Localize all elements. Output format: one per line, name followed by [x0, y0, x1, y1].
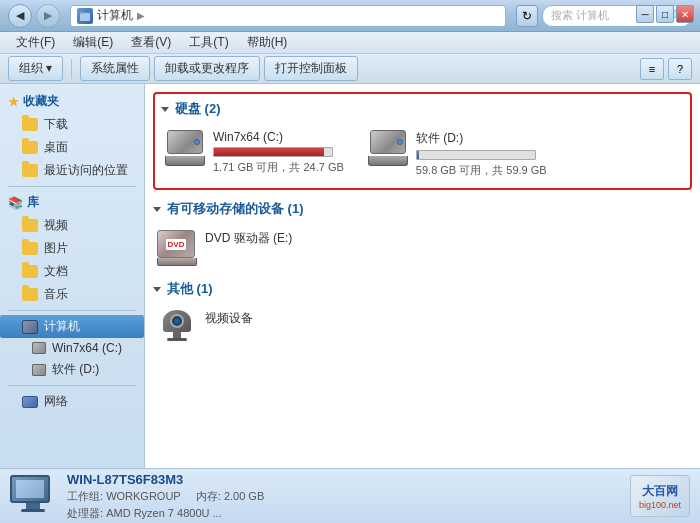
menu-edit[interactable]: 编辑(E) [65, 32, 121, 53]
removable-header[interactable]: 有可移动存储的设备 (1) [153, 200, 692, 218]
drive-c-info: Win7x64 (C:) 1.71 GB 可用，共 24.7 GB [213, 130, 344, 175]
dvd-name: DVD 驱动器 (E:) [205, 230, 319, 247]
webcam-base [167, 338, 187, 341]
status-details-1: 工作组: WORKGROUP 内存: 2.00 GB [67, 489, 618, 504]
sidebar-item-documents[interactable]: 文档 [0, 260, 144, 283]
sidebar-item-ddrive[interactable]: 软件 (D:) [0, 358, 144, 381]
toolbar-separator [71, 59, 72, 79]
view-list-button[interactable]: ≡ [640, 58, 664, 80]
sidebar-divider-1 [8, 186, 136, 187]
folder-icon [22, 219, 38, 232]
breadcrumb-icon [77, 8, 93, 24]
menu-help[interactable]: 帮助(H) [239, 32, 296, 53]
star-icon: ★ [8, 95, 19, 109]
sidebar-item-pictures[interactable]: 图片 [0, 237, 144, 260]
sidebar: ★ 收藏夹 下载 桌面 最近访问的位置 📚 库 [0, 84, 145, 468]
drive-d-name: 软件 (D:) [416, 130, 547, 147]
drive-d-image [368, 130, 408, 165]
status-monitor [10, 475, 50, 503]
collapse-icon [153, 207, 161, 212]
drive-c-item[interactable]: Win7x64 (C:) 1.71 GB 可用，共 24.7 GB [161, 126, 348, 182]
sidebar-item-cdrive[interactable]: Win7x64 (C:) [0, 338, 144, 358]
toolbar: 组织 ▾ 系统属性 卸载或更改程序 打开控制面板 ≡ ? [0, 54, 700, 84]
minimize-button[interactable]: ─ [636, 5, 654, 23]
drives-grid: Win7x64 (C:) 1.71 GB 可用，共 24.7 GB [161, 126, 684, 182]
maximize-button[interactable]: □ [656, 5, 674, 23]
sidebar-item-computer[interactable]: 计算机 [0, 315, 144, 338]
network-icon [22, 396, 38, 408]
webcam-lens [170, 314, 184, 328]
dvd-label: DVD [166, 239, 187, 250]
status-base [21, 509, 45, 512]
breadcrumb[interactable]: 计算机 ▶ [70, 5, 506, 27]
other-grid: 视频设备 [153, 306, 692, 352]
drive-c-bar [214, 148, 324, 156]
status-screen [16, 480, 44, 498]
window-controls: ─ □ ✕ [636, 5, 694, 23]
drive-c-name: Win7x64 (C:) [213, 130, 344, 144]
drive-c-image [165, 130, 205, 165]
organize-button[interactable]: 组织 ▾ [8, 56, 63, 81]
webcam-info: 视频设备 [205, 310, 319, 330]
refresh-button[interactable]: ↻ [516, 5, 538, 27]
close-button[interactable]: ✕ [676, 5, 694, 23]
other-section: 其他 (1) 视频设备 [153, 280, 692, 352]
back-button[interactable]: ◀ [8, 4, 32, 28]
title-nav: ◀ ▶ 计算机 ▶ ↻ 搜索 计算机 🔍 [8, 4, 692, 28]
status-bar: WIN-L87TS6F83M3 工作组: WORKGROUP 内存: 2.00 … [0, 468, 700, 523]
menu-file[interactable]: 文件(F) [8, 32, 63, 53]
sidebar-item-desktop[interactable]: 桌面 [0, 136, 144, 159]
sidebar-item-network[interactable]: 网络 [0, 390, 144, 413]
dvd-base [157, 258, 197, 266]
folder-icon [22, 288, 38, 301]
dvd-drive-image: DVD [157, 230, 197, 266]
sidebar-item-recent[interactable]: 最近访问的位置 [0, 159, 144, 182]
system-props-button[interactable]: 系统属性 [80, 56, 150, 81]
workgroup-value: WORKGROUP [106, 490, 180, 502]
webcam-body [163, 310, 191, 332]
status-info: WIN-L87TS6F83M3 工作组: WORKGROUP 内存: 2.00 … [67, 472, 618, 521]
view-help-button[interactable]: ? [668, 58, 692, 80]
dvd-body: DVD [157, 230, 195, 258]
main-area: ★ 收藏夹 下载 桌面 最近访问的位置 📚 库 [0, 84, 700, 468]
drive-d-info: 软件 (D:) 59.8 GB 可用，共 59.9 GB [416, 130, 547, 178]
folder-icon [22, 242, 38, 255]
menu-view[interactable]: 查看(V) [123, 32, 179, 53]
search-placeholder: 搜索 计算机 [551, 8, 609, 23]
dvd-drive-item[interactable]: DVD DVD 驱动器 (E:) [153, 226, 323, 270]
folder-icon [22, 265, 38, 278]
webcam-image [157, 310, 197, 348]
memory-value: 2.00 GB [224, 490, 264, 502]
library-icon: 📚 [8, 196, 23, 210]
hard-drives-header[interactable]: 硬盘 (2) [161, 100, 684, 118]
sidebar-divider-2 [8, 310, 136, 311]
sidebar-computer-section: 计算机 Win7x64 (C:) 软件 (D:) [0, 315, 144, 381]
menu-tools[interactable]: 工具(T) [181, 32, 236, 53]
sidebar-network-section: 网络 [0, 390, 144, 413]
watermark: 大百网 big100.net [630, 475, 690, 517]
sidebar-item-downloads[interactable]: 下载 [0, 113, 144, 136]
toolbar-right: ≡ ? [640, 58, 692, 80]
sidebar-favorites-header[interactable]: ★ 收藏夹 [0, 90, 144, 113]
watermark-top: 大百网 [642, 483, 678, 500]
dvd-info: DVD 驱动器 (E:) [205, 230, 319, 250]
uninstall-button[interactable]: 卸载或更改程序 [154, 56, 260, 81]
drive-d-bar-container [416, 150, 536, 160]
open-panel-button[interactable]: 打开控制面板 [264, 56, 358, 81]
status-details-2: 处理器: AMD Ryzen 7 4800U ... [67, 506, 618, 521]
sidebar-item-video[interactable]: 视频 [0, 214, 144, 237]
removable-grid: DVD DVD 驱动器 (E:) [153, 226, 692, 270]
drive-c-size: 1.71 GB 可用，共 24.7 GB [213, 160, 344, 175]
sidebar-library-section: 📚 库 视频 图片 文档 音乐 [0, 191, 144, 306]
sidebar-library-header[interactable]: 📚 库 [0, 191, 144, 214]
drive-c-bar-container [213, 147, 333, 157]
sidebar-item-music[interactable]: 音乐 [0, 283, 144, 306]
forward-button[interactable]: ▶ [36, 4, 60, 28]
collapse-icon [153, 287, 161, 292]
drive-d-item[interactable]: 软件 (D:) 59.8 GB 可用，共 59.9 GB [364, 126, 551, 182]
folder-icon [22, 141, 38, 154]
other-header[interactable]: 其他 (1) [153, 280, 692, 298]
hard-drives-section: 硬盘 (2) Win7x64 (C:) [153, 92, 692, 190]
drive-d-bar [417, 151, 419, 159]
webcam-item[interactable]: 视频设备 [153, 306, 323, 352]
